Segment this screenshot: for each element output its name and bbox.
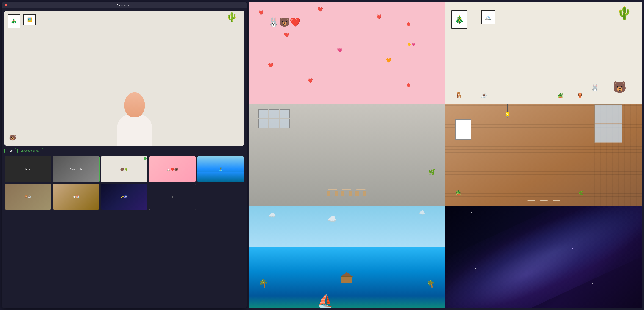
round-table-3 xyxy=(552,200,560,201)
galaxy-bg: ✦ ✦ ✦ ✦ xyxy=(446,206,642,308)
large-window-pane-2 xyxy=(608,105,622,124)
thumb-ocean-emoji: 🏝️ xyxy=(198,156,244,182)
thumb-blur-bg: Background blur xyxy=(53,156,99,182)
thumbnail-grid: None Background blur 🐻🌵 ✓ 🐰❤️🐻 xyxy=(4,156,244,182)
checkmark-icon: ✓ xyxy=(144,157,146,159)
tab-buttons: Filter Background effects xyxy=(4,148,244,154)
cafe-tables xyxy=(248,189,445,196)
heart1: ❤️ xyxy=(258,10,264,15)
round-table-2 xyxy=(540,200,548,201)
window-pane-2 xyxy=(269,109,279,118)
table-set-2 xyxy=(341,189,352,196)
chair-3b xyxy=(363,191,366,196)
thumb-cafe1[interactable]: 🪑☕ xyxy=(4,183,52,210)
room-bunny: 🐰 xyxy=(591,84,599,91)
cafe-grey-bg: 🌿 xyxy=(248,104,445,206)
video-preview: 🎄 🖼️ 🌵 🐻 xyxy=(4,11,244,146)
gallery-cafe-grey[interactable]: 🌿 xyxy=(248,104,445,206)
chick-emoji: 🐥💗 xyxy=(407,42,416,47)
bright-star-1: ✦ xyxy=(601,227,603,230)
heart10: 🎈 xyxy=(406,22,411,27)
gallery-cartoon-room[interactable]: 🎄 🏔️ 🌵 🐻 🐰 🪑 ☕ 🪴 🏺 xyxy=(446,2,642,104)
table-set-1 xyxy=(327,189,338,196)
window-content: 🎄 🖼️ 🌵 🐻 Filter Background effects Non xyxy=(2,8,247,308)
wall-canvas xyxy=(455,119,471,140)
video-preview-inner: 🎄 🖼️ 🌵 🐻 xyxy=(4,11,244,146)
window-pane-3 xyxy=(280,109,290,118)
brick-plant-2: 🌿 xyxy=(578,191,583,196)
lamp-cord xyxy=(507,104,508,112)
thumb-none-bg: None xyxy=(5,156,51,182)
thumb-cafe1-bg: 🪑☕ xyxy=(5,184,51,210)
star-field xyxy=(465,211,466,212)
palm-tree-2: 🌴 xyxy=(426,279,435,288)
wall-art-mountain: 🏔️ xyxy=(481,10,495,24)
hanging-lamp: 💡 xyxy=(504,104,510,118)
palm-tree-1: 🌴 xyxy=(258,279,268,288)
wall-frame-left: 🎄 xyxy=(8,14,20,28)
cactus-decoration: 🌵 xyxy=(226,12,238,22)
lamp-icon: 💡 xyxy=(504,112,510,118)
room-plant: 🪴 xyxy=(557,93,564,99)
bear-character: 🐻 xyxy=(9,134,16,141)
filter-tab[interactable]: Filter xyxy=(4,148,16,154)
dock-structure xyxy=(340,272,353,283)
hearts-bg: ❤️ ❤️ ❤️ ❤️ 💗 ❤️ 🧡 ❤️ 🎈 🎈 🐰🐻❤️ 🐥💗 xyxy=(248,2,445,104)
brick-plant-1: 🪴 xyxy=(455,190,461,196)
person-body xyxy=(117,114,152,146)
gallery-pink-hearts[interactable]: ❤️ ❤️ ❤️ ❤️ 💗 ❤️ 🧡 ❤️ 🎈 🎈 🐰🐻❤️ 🐥💗 xyxy=(248,2,445,104)
cloud-2: ☁️ xyxy=(327,214,337,224)
thumb-cartoon1[interactable]: 🐻🌵 ✓ xyxy=(101,156,148,182)
thumb-galaxy[interactable]: ✨🌌 xyxy=(101,183,148,210)
background-effects-tab[interactable]: Background effects xyxy=(18,148,43,154)
chair-2b xyxy=(349,191,352,196)
bright-star-3: ✦ xyxy=(572,247,573,250)
thumb-none[interactable]: None xyxy=(4,156,52,182)
heart3: ❤️ xyxy=(376,14,382,19)
chairs-2 xyxy=(341,191,352,196)
window-pane-1 xyxy=(258,109,268,118)
heart4: ❤️ xyxy=(284,32,290,38)
window-pane-4 xyxy=(258,119,268,128)
chair-3a xyxy=(356,191,358,196)
thumbnail-grid-row2: 🪑☕ 🍽️🪟 ✨🌌 + xyxy=(4,183,244,210)
brick-cafe-tables xyxy=(446,200,642,201)
pink-hearts-scene: ❤️ ❤️ ❤️ ❤️ 💗 ❤️ 🧡 ❤️ 🎈 🎈 🐰🐻❤️ 🐥💗 xyxy=(248,2,445,104)
round-table-1 xyxy=(527,200,535,201)
cartoon-room-bg: 🎄 🏔️ 🌵 🐻 🐰 🪑 ☕ 🪴 🏺 xyxy=(446,2,642,104)
person-face xyxy=(124,92,145,117)
chair-1a xyxy=(327,191,330,196)
window-pane-6 xyxy=(280,119,290,128)
heart8: ❤️ xyxy=(308,78,313,83)
video-settings-window: Video settings 🎄 🖼️ 🌵 🐻 xyxy=(2,2,247,308)
table-top-2 xyxy=(342,189,352,190)
chairs-3 xyxy=(356,191,366,196)
background-gallery: ❤️ ❤️ ❤️ ❤️ 💗 ❤️ 🧡 ❤️ 🎈 🎈 🐰🐻❤️ 🐥💗 � xyxy=(248,2,642,308)
thumb-cartoon1-bg: 🐻🌵 xyxy=(101,156,148,182)
titlebar: Video settings xyxy=(2,2,247,8)
thumb-background-blur[interactable]: Background blur xyxy=(53,156,100,182)
cartoon-room-scene: 🎄 🏔️ 🌵 🐻 🐰 🪑 ☕ 🪴 🏺 xyxy=(446,2,642,104)
gallery-tropical[interactable]: ☁️ ☁️ ☁️ ⛵ 🌴 🌴 xyxy=(248,206,445,308)
chairs-1 xyxy=(327,191,338,196)
hut-body xyxy=(341,276,352,283)
close-button[interactable] xyxy=(5,4,7,6)
cafe-plant: 🌿 xyxy=(428,169,435,175)
thumb-galaxy-bg: ✨🌌 xyxy=(101,184,148,210)
large-window-pane-3 xyxy=(595,124,608,143)
thumb-cafe2-bg: 🍽️🪟 xyxy=(53,184,99,210)
table-top-1 xyxy=(328,189,337,190)
gallery-galaxy[interactable]: ✦ ✦ ✦ ✦ xyxy=(446,206,642,308)
room-chair: 🪑 xyxy=(455,92,462,99)
thumb-add-custom[interactable]: + xyxy=(149,183,196,210)
thumb-ocean[interactable]: 🏝️ xyxy=(197,156,244,182)
bright-star-4: ✦ xyxy=(592,283,593,285)
gallery-cafe-brick[interactable]: 💡 🪴 🌿 xyxy=(446,104,642,206)
hut-roof xyxy=(340,272,353,277)
thumb-cafe2[interactable]: 🍽️🪟 xyxy=(53,183,100,210)
room-vase: 🏺 xyxy=(577,93,583,99)
room-cactus: 🌵 xyxy=(616,7,632,19)
thumb-pink-hearts[interactable]: 🐰❤️🐻 xyxy=(149,156,196,182)
window-title: Video settings xyxy=(118,4,131,6)
galaxy-stars: ✨🌌 xyxy=(121,195,128,198)
